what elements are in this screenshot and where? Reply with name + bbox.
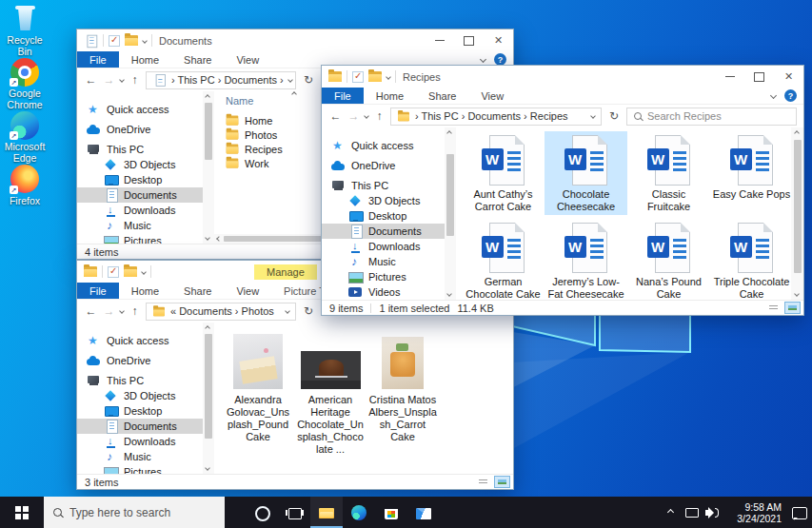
ribbon-tab[interactable]: View: [224, 283, 271, 299]
sidebar-item[interactable]: 3D Objects: [322, 193, 445, 208]
network-button[interactable]: [681, 497, 702, 528]
sidebar-item[interactable]: Music: [77, 218, 203, 233]
up-button[interactable]: ↑: [128, 305, 142, 317]
sidebar-item[interactable]: Music: [77, 449, 203, 464]
sidebar-item[interactable]: Pictures: [322, 269, 445, 284]
minimize-button[interactable]: [715, 66, 744, 88]
sidebar-item[interactable]: Downloads: [322, 239, 445, 254]
file-tile[interactable]: Nana’s Pound Cake: [627, 219, 710, 300]
close-button[interactable]: [774, 66, 803, 88]
file-tile[interactable]: Easy Cake Pops: [710, 131, 791, 215]
large-icons-view-button[interactable]: [784, 302, 801, 314]
qat-customize-caret-icon[interactable]: [386, 74, 391, 80]
sidebar-item[interactable]: Videos: [322, 284, 445, 300]
sidebar-item[interactable]: Music: [322, 254, 445, 269]
refresh-button[interactable]: ↻: [605, 109, 623, 123]
sidebar-item[interactable]: Documents: [77, 419, 203, 434]
sidebar-item[interactable]: This PC: [322, 178, 445, 193]
sidebar-item[interactable]: 3D Objects: [77, 157, 203, 172]
ribbon-tab[interactable]: File: [77, 283, 119, 299]
forward-button[interactable]: →: [102, 74, 116, 86]
vertical-scrollbar[interactable]: [791, 127, 803, 300]
details-view-button[interactable]: [765, 302, 782, 314]
file-explorer-button[interactable]: [310, 497, 343, 528]
scroll-left-icon[interactable]: [216, 236, 222, 242]
address-dropdown-icon[interactable]: [590, 113, 596, 119]
back-button[interactable]: ←: [84, 74, 98, 86]
up-button[interactable]: ↑: [128, 74, 142, 86]
scrollbar-thumb[interactable]: [205, 334, 212, 439]
file-tile[interactable]: Chocolate Cheesecake: [545, 131, 627, 215]
desktop-icon[interactable]: Firefox: [0, 164, 50, 217]
close-button[interactable]: [484, 29, 513, 51]
recent-locations-caret-icon[interactable]: [364, 113, 369, 119]
ribbon-tab[interactable]: Home: [119, 51, 171, 68]
back-button[interactable]: ←: [328, 110, 343, 122]
details-view-button[interactable]: [475, 476, 491, 488]
sidebar-item[interactable]: Downloads: [77, 434, 203, 449]
ribbon-tab[interactable]: Share: [171, 51, 224, 68]
address-dropdown-icon[interactable]: [285, 308, 290, 314]
ribbon-expand-icon[interactable]: [770, 92, 777, 99]
photo-tile[interactable]: Alexandra Golovac_Unsplash_Pound Cake: [222, 328, 294, 458]
sidebar-scrollbar[interactable]: [445, 127, 456, 300]
help-button[interactable]: [784, 89, 797, 102]
sidebar-item[interactable]: Desktop: [77, 403, 203, 419]
file-tile[interactable]: Triple Chocolate Cake: [710, 219, 791, 300]
taskbar-search-input[interactable]: [69, 506, 215, 519]
sidebar-item[interactable]: OneDrive: [77, 353, 203, 368]
desktop-icon[interactable]: Google Chrome: [0, 57, 50, 110]
sidebar-item[interactable]: Quick access: [77, 102, 203, 117]
ribbon-tab[interactable]: Share: [416, 88, 468, 104]
maximize-button[interactable]: [454, 29, 484, 51]
recent-locations-caret-icon[interactable]: [119, 308, 125, 314]
breadcrumb[interactable]: › This PC › Documents › Recipes: [415, 110, 568, 122]
ribbon-expand-icon[interactable]: [480, 56, 486, 63]
scrollbar-thumb[interactable]: [794, 140, 802, 273]
qat-new-folder-icon[interactable]: [124, 266, 137, 277]
sidebar-scrollbar[interactable]: [203, 323, 214, 474]
desktop-icon[interactable]: Microsoft Edge: [0, 110, 50, 164]
sidebar-item[interactable]: Quick access: [77, 333, 203, 348]
address-box[interactable]: › This PC › Documents ›: [146, 71, 296, 89]
clock[interactable]: 9:58 AM 3/24/2021: [723, 497, 785, 528]
mail-button[interactable]: [407, 497, 440, 528]
sidebar-item[interactable]: 3D Objects: [77, 388, 203, 403]
task-view-button[interactable]: [278, 497, 310, 528]
refresh-button[interactable]: ↻: [300, 304, 317, 318]
sidebar-item[interactable]: Pictures: [77, 464, 203, 474]
breadcrumb[interactable]: › This PC › Documents ›: [171, 74, 284, 86]
breadcrumb[interactable]: « Documents › Photos: [170, 305, 274, 317]
scroll-up-icon[interactable]: [446, 130, 452, 136]
desktop-icon[interactable]: Recycle Bin: [0, 4, 50, 57]
large-icons-view-button[interactable]: [494, 476, 510, 488]
photo-tile[interactable]: Cristina Matos Albers_Unsplash_Carrot Ca…: [366, 328, 439, 458]
ribbon-tab[interactable]: View: [224, 51, 271, 68]
sidebar-item[interactable]: This PC: [77, 373, 203, 388]
title-bar[interactable]: Recipes: [322, 66, 803, 88]
sidebar-item[interactable]: Pictures: [77, 233, 203, 244]
scroll-up-icon[interactable]: [794, 130, 800, 136]
forward-button[interactable]: →: [102, 305, 116, 317]
ribbon-tab[interactable]: Share: [171, 283, 224, 299]
scrollbar-thumb[interactable]: [446, 154, 454, 236]
sidebar-item[interactable]: Downloads: [77, 203, 203, 218]
back-button[interactable]: ←: [84, 305, 98, 317]
sidebar-item[interactable]: Documents: [322, 224, 445, 239]
title-bar[interactable]: Documents: [77, 29, 513, 51]
scroll-up-icon[interactable]: [205, 325, 210, 331]
ribbon-tab[interactable]: Home: [364, 88, 416, 104]
action-center-button[interactable]: [785, 497, 812, 528]
file-tile[interactable]: Aunt Cathy’s Carrot Cake: [462, 131, 545, 215]
file-tile[interactable]: German Chocolate Cake: [462, 219, 545, 300]
search-input[interactable]: [647, 110, 789, 122]
photo-tile[interactable]: American Heritage Chocolate_Unsplash_Cho…: [294, 328, 366, 458]
qat-new-folder-icon[interactable]: [368, 71, 382, 82]
file-tile[interactable]: Classic Fruitcake: [627, 131, 710, 215]
scroll-down-icon[interactable]: [794, 291, 800, 297]
scroll-down-icon[interactable]: [205, 465, 210, 471]
qat-customize-caret-icon[interactable]: [141, 269, 147, 275]
sidebar-item[interactable]: OneDrive: [322, 158, 445, 173]
taskbar-search[interactable]: [44, 497, 225, 528]
start-button[interactable]: [0, 497, 44, 528]
